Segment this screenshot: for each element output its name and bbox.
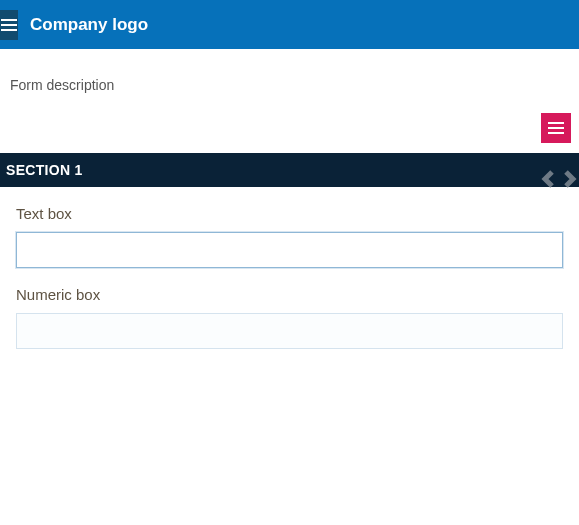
form-description: Form description <box>0 49 579 93</box>
field-textbox: Text box <box>16 205 563 268</box>
company-logo-label: Company logo <box>30 15 148 35</box>
chevron-right-icon <box>561 170 577 188</box>
menu-icon <box>1 19 17 31</box>
numeric-input[interactable] <box>16 313 563 349</box>
action-row <box>0 103 579 153</box>
numeric-label: Numeric box <box>16 286 563 303</box>
field-numeric: Numeric box <box>16 286 563 349</box>
textbox-label: Text box <box>16 205 563 222</box>
menu-icon <box>548 122 564 134</box>
top-bar: Company logo <box>0 0 579 49</box>
section-title: SECTION 1 <box>6 162 541 178</box>
textbox-input[interactable] <box>16 232 563 268</box>
form-actions-button[interactable] <box>541 113 571 143</box>
chevron-left-icon <box>541 170 557 188</box>
section-header: SECTION 1 <box>0 153 579 187</box>
main-menu-button[interactable] <box>0 10 18 40</box>
form-body: Text box Numeric box <box>0 187 579 385</box>
